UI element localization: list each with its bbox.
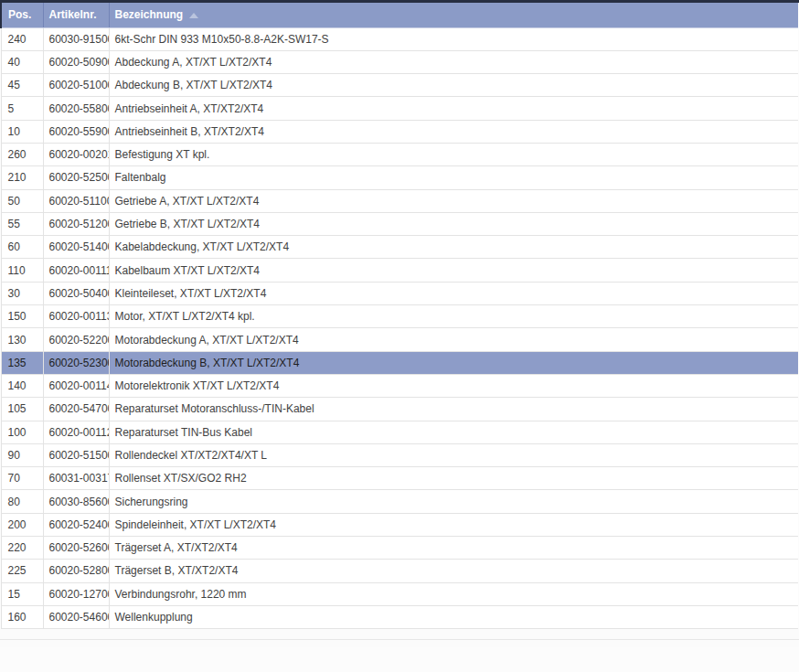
bezeichnung-cell: Kleinteileset, XT/XT L/XT2/XT4 [109,282,798,304]
pos-cell: 30 [1,282,43,304]
bezeichnung-cell: Wellenkupplung [109,605,798,628]
bezeichnung-cell: Sicherungsring [109,490,798,513]
bezeichnung-cell: 6kt-Schr DIN 933 M10x50-8.8-A2K-SW17-S [109,27,798,50]
table-row[interactable]: 140 60020-00114 Motorelektronik XT/XT L/… [1,374,798,397]
artikelnr-cell: 60020-00113 [43,305,109,328]
pos-cell: 55 [1,212,43,235]
artikelnr-cell: 60020-52500 [43,166,109,189]
table-row[interactable]: 45 60020-51000 Abdeckung B, XT/XT L/XT2/… [1,74,798,97]
column-header-bezeichnung[interactable]: Bezeichnung [109,3,798,27]
table-row[interactable]: 135 60020-52300 Motorabdeckung B, XT/XT … [1,351,798,374]
bezeichnung-cell: Rollendeckel XT/XT2/XT4/XT L [109,443,798,466]
artikelnr-cell: 60030-91500 [43,27,109,50]
footer-area [0,629,799,647]
pos-cell: 60 [1,236,43,259]
pos-cell: 45 [1,74,43,97]
pos-cell: 70 [1,467,43,490]
pos-cell: 100 [1,421,43,443]
table-row[interactable]: 110 60020-00111 Kabelbaum XT/XT L/XT2/XT… [1,259,798,282]
artikelnr-cell: 60031-00317 [43,467,109,490]
table-row[interactable]: 160 60020-54600 Wellenkupplung [1,605,798,628]
table-row[interactable]: 100 60020-00112 Reparaturset TIN-Bus Kab… [1,421,798,443]
artikelnr-cell: 60020-00201 [43,143,109,165]
artikelnr-cell: 60020-52400 [43,513,109,536]
bezeichnung-cell: Reparaturset TIN-Bus Kabel [109,421,798,443]
artikelnr-cell: 60020-51200 [43,212,109,235]
column-header-artikelnr-label: Artikelnr. [49,8,97,21]
table-row[interactable]: 90 60020-51500 Rollendeckel XT/XT2/XT4/X… [1,443,798,466]
table-row[interactable]: 10 60020-55900 Antriebseinheit B, XT/XT2… [1,120,798,143]
artikelnr-cell: 60020-51500 [43,443,109,466]
pos-cell: 40 [1,50,43,73]
artikelnr-cell: 60020-50400 [43,282,109,304]
parts-table: Pos. Artikelnr. Bezeichnung 240 60030-91… [0,3,798,629]
table-row[interactable]: 55 60020-51200 Getriebe B, XT/XT L/XT2/X… [1,212,798,235]
table-row[interactable]: 60 60020-51400 Kabelabdeckung, XT/XT L/X… [1,236,798,259]
pos-cell: 260 [1,143,43,165]
bezeichnung-cell: Befestigung XT kpl. [109,143,798,165]
pos-cell: 10 [1,120,43,143]
pos-cell: 130 [1,328,43,351]
bezeichnung-cell: Kabelabdeckung, XT/XT L/XT2/XT4 [109,236,798,259]
bezeichnung-cell: Motorabdeckung B, XT/XT L/XT2/XT4 [109,351,798,374]
table-row[interactable]: 200 60020-52400 Spindeleinheit, XT/XT L/… [1,513,798,536]
column-header-artikelnr[interactable]: Artikelnr. [43,3,109,27]
artikelnr-cell: 60020-50900 [43,50,109,73]
pos-cell: 225 [1,560,43,582]
artikelnr-cell: 60020-55800 [43,97,109,120]
bezeichnung-cell: Spindeleinheit, XT/XT L/XT2/XT4 [109,513,798,536]
bezeichnung-cell: Antriebseinheit A, XT/XT2/XT4 [109,97,798,120]
artikelnr-cell: 60020-55900 [43,120,109,143]
table-row[interactable]: 40 60020-50900 Abdeckung A, XT/XT L/XT2/… [1,50,798,73]
table-row[interactable]: 80 60030-85600 Sicherungsring [1,490,798,513]
pos-cell: 5 [1,97,43,120]
artikelnr-cell: 60020-52300 [43,351,109,374]
pos-cell: 220 [1,537,43,560]
table-row[interactable]: 105 60020-54700 Reparaturset Motoranschl… [1,398,798,421]
artikelnr-cell: 60020-00114 [43,374,109,397]
pos-cell: 135 [1,351,43,374]
artikelnr-cell: 60020-52800 [43,560,109,582]
pos-cell: 80 [1,490,43,513]
artikelnr-cell: 60020-52200 [43,328,109,351]
bezeichnung-cell: Trägerset A, XT/XT2/XT4 [109,537,798,560]
sort-ascending-icon [189,13,198,18]
pos-cell: 105 [1,398,43,421]
bezeichnung-cell: Motorabdeckung A, XT/XT L/XT2/XT4 [109,328,798,351]
pos-cell: 160 [1,605,43,628]
artikelnr-cell: 60020-54700 [43,398,109,421]
table-row[interactable]: 225 60020-52800 Trägerset B, XT/XT2/XT4 [1,560,798,582]
table-row[interactable]: 15 60020-12700 Verbindungsrohr, 1220 mm [1,582,798,605]
artikelnr-cell: 60020-51000 [43,74,109,97]
bezeichnung-cell: Abdeckung B, XT/XT L/XT2/XT4 [109,74,798,97]
pos-cell: 15 [1,582,43,605]
bezeichnung-cell: Abdeckung A, XT/XT L/XT2/XT4 [109,50,798,73]
pos-cell: 140 [1,374,43,397]
table-row[interactable]: 150 60020-00113 Motor, XT/XT L/XT2/XT4 k… [1,305,798,328]
table-row[interactable]: 30 60020-50400 Kleinteileset, XT/XT L/XT… [1,282,798,304]
bezeichnung-cell: Antriebseinheit B, XT/XT2/XT4 [109,120,798,143]
bezeichnung-cell: Faltenbalg [109,166,798,189]
table-row[interactable]: 240 60030-91500 6kt-Schr DIN 933 M10x50-… [1,27,798,50]
column-header-pos-label: Pos. [8,8,31,21]
artikelnr-cell: 60020-51100 [43,189,109,212]
bezeichnung-cell: Motor, XT/XT L/XT2/XT4 kpl. [109,305,798,328]
table-row[interactable]: 220 60020-52600 Trägerset A, XT/XT2/XT4 [1,537,798,560]
bezeichnung-cell: Getriebe B, XT/XT L/XT2/XT4 [109,212,798,235]
header-row: Pos. Artikelnr. Bezeichnung [1,3,798,27]
table-row[interactable]: 260 60020-00201 Befestigung XT kpl. [1,143,798,165]
pos-cell: 210 [1,166,43,189]
artikelnr-cell: 60020-51400 [43,236,109,259]
table-row[interactable]: 130 60020-52200 Motorabdeckung A, XT/XT … [1,328,798,351]
bezeichnung-cell: Reparaturset Motoranschluss-/TIN-Kabel [109,398,798,421]
artikelnr-cell: 60020-52600 [43,537,109,560]
table-row[interactable]: 5 60020-55800 Antriebseinheit A, XT/XT2/… [1,97,798,120]
pos-cell: 240 [1,27,43,50]
pos-cell: 50 [1,189,43,212]
table-row[interactable]: 50 60020-51100 Getriebe A, XT/XT L/XT2/X… [1,189,798,212]
table-row[interactable]: 210 60020-52500 Faltenbalg [1,166,798,189]
pos-cell: 90 [1,443,43,466]
table-row[interactable]: 70 60031-00317 Rollenset XT/SX/GO2 RH2 [1,467,798,490]
bezeichnung-cell: Getriebe A, XT/XT L/XT2/XT4 [109,189,798,212]
column-header-pos[interactable]: Pos. [1,3,43,27]
